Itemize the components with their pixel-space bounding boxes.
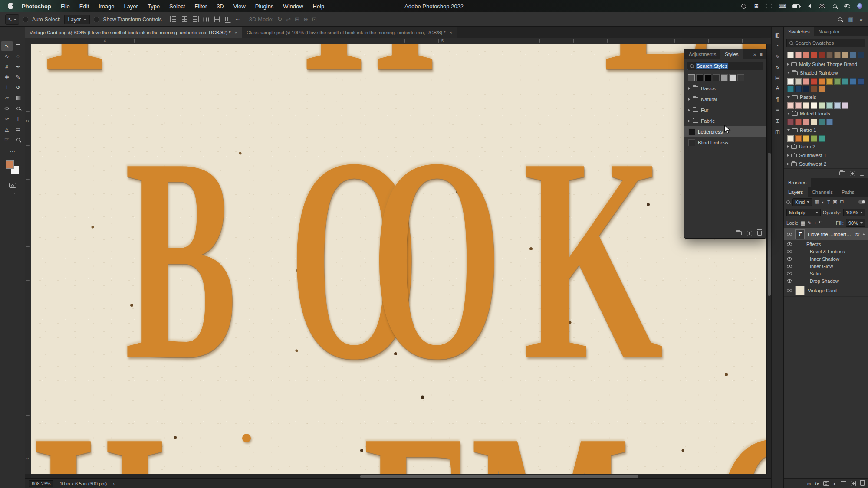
layer-name[interactable]: I love the ...mberto eco: [808, 232, 852, 237]
quick-mask-icon[interactable]: [9, 183, 16, 188]
type-tool-icon[interactable]: T: [13, 114, 24, 124]
character-panel-icon[interactable]: A: [776, 85, 779, 92]
new-layer-icon[interactable]: [851, 481, 856, 486]
visibility-eye-icon[interactable]: [787, 257, 792, 261]
collapse-panels-icon[interactable]: »: [860, 16, 863, 23]
swatch-group-southwest-2[interactable]: Southwest 2: [784, 160, 868, 168]
blur-tool-icon[interactable]: [1, 103, 13, 114]
color-swatch[interactable]: [795, 78, 802, 85]
visibility-eye-icon[interactable]: [787, 265, 792, 268]
display-icon[interactable]: [766, 3, 772, 9]
history-panel-icon[interactable]: ⊞: [775, 118, 779, 124]
color-swatch[interactable]: [826, 102, 833, 109]
screen-mode-icon[interactable]: [10, 193, 15, 197]
adjustment-layer-icon[interactable]: ◐: [833, 481, 836, 486]
color-swatch[interactable]: [795, 102, 802, 109]
menu-plugins[interactable]: Plugins: [250, 3, 279, 10]
swatch-group-shaded-rainbow[interactable]: Shaded Rainbow: [784, 69, 868, 77]
gradient-tool-icon[interactable]: [13, 93, 24, 103]
effect-inner-shadow[interactable]: Inner Shadow: [784, 255, 868, 262]
text-layer-thumbnail[interactable]: T: [795, 229, 805, 239]
quick-select-tool-icon[interactable]: ◌: [13, 51, 24, 62]
color-swatch[interactable]: [826, 52, 833, 58]
layer-thumbnail[interactable]: [795, 286, 805, 295]
visibility-eye-icon[interactable]: [787, 233, 792, 236]
color-swatch[interactable]: [819, 78, 825, 85]
battery-icon[interactable]: [792, 3, 800, 9]
style-group-basics[interactable]: Basics: [684, 83, 766, 94]
keyboard-icon[interactable]: ⌨: [779, 3, 786, 9]
swatch-group-retro-2[interactable]: Retro 2: [784, 142, 868, 151]
visibility-eye-icon[interactable]: [787, 279, 792, 283]
filter-pixel-icon[interactable]: ▦: [815, 199, 819, 205]
menu-3d[interactable]: 3D: [212, 3, 229, 10]
color-swatch[interactable]: [787, 78, 794, 85]
blend-mode-dropdown[interactable]: Multiply: [786, 209, 821, 216]
wifi-icon[interactable]: [819, 3, 825, 9]
color-swatch[interactable]: [858, 52, 864, 58]
lock-transparency-icon[interactable]: ▦: [801, 220, 806, 226]
close-icon[interactable]: ×: [450, 30, 452, 35]
document-tab-active[interactable]: Vintage Card.png @ 608% (I love the smel…: [25, 27, 242, 38]
actions-panel-icon[interactable]: ◫: [775, 129, 780, 135]
layer-name[interactable]: Vintage Card: [808, 288, 865, 293]
color-swatch[interactable]: [787, 102, 794, 109]
color-swatch[interactable]: [713, 74, 720, 81]
color-swatch[interactable]: [803, 52, 809, 58]
workspace-icon[interactable]: ▥: [848, 16, 853, 23]
fill-dropdown[interactable]: 90%: [846, 219, 865, 227]
color-swatch[interactable]: [803, 102, 809, 109]
color-swatch[interactable]: [850, 78, 856, 85]
auto-select-target-dropdown[interactable]: Layer: [64, 15, 90, 24]
color-swatch[interactable]: [842, 52, 848, 58]
visibility-eye-icon[interactable]: [787, 242, 792, 246]
color-swatch[interactable]: [721, 74, 728, 81]
pen-tool-icon[interactable]: ✑: [1, 114, 13, 124]
color-swatch[interactable]: [811, 78, 817, 85]
path-select-tool-icon[interactable]: △: [1, 124, 13, 134]
effects-row[interactable]: Effects: [784, 240, 868, 248]
visibility-eye-icon[interactable]: [787, 272, 792, 275]
color-swatch[interactable]: [795, 135, 802, 142]
collapse-panel-icon[interactable]: »: [753, 52, 756, 57]
link-layers-icon[interactable]: ∞: [807, 481, 811, 486]
color-swatch[interactable]: [795, 119, 802, 125]
color-swatch[interactable]: [811, 86, 817, 92]
clone-stamp-tool-icon[interactable]: ⊥: [1, 82, 13, 93]
color-swatch[interactable]: [811, 52, 817, 58]
status-expand-icon[interactable]: ›: [113, 481, 115, 486]
color-swatch[interactable]: [834, 78, 841, 85]
align-right-icon[interactable]: [192, 16, 199, 22]
layer-style-icon[interactable]: fx: [815, 481, 819, 486]
tab-channels[interactable]: Channels: [808, 187, 838, 197]
color-swatch[interactable]: [787, 135, 794, 142]
tab-brushes[interactable]: Brushes: [784, 178, 811, 187]
lock-pixels-icon[interactable]: ✎: [807, 220, 812, 226]
collapse-effects-icon[interactable]: [862, 233, 865, 235]
show-transform-checkbox[interactable]: [94, 17, 99, 22]
lock-position-icon[interactable]: +: [814, 220, 817, 226]
styles-panel-icon[interactable]: fx: [776, 65, 779, 70]
hand-tool-icon[interactable]: ☞: [1, 134, 13, 145]
color-swatch[interactable]: [803, 86, 809, 92]
menu-filter[interactable]: Filter: [190, 3, 212, 10]
color-swatch[interactable]: [819, 102, 825, 109]
lock-all-icon[interactable]: [819, 223, 822, 225]
align-top-icon[interactable]: [203, 16, 209, 23]
close-icon[interactable]: ×: [234, 30, 237, 35]
apple-menu-icon[interactable]: [8, 3, 13, 9]
tab-layers[interactable]: Layers: [784, 187, 808, 197]
layer-fx-badge[interactable]: fx: [855, 232, 859, 237]
color-swatch[interactable]: [787, 86, 794, 92]
color-swatch[interactable]: [842, 78, 848, 85]
color-swatch[interactable]: [850, 52, 856, 58]
color-swatch[interactable]: [803, 119, 809, 125]
styles-search-field[interactable]: Search Styles: [687, 62, 763, 70]
auto-select-checkbox[interactable]: [23, 17, 28, 22]
color-swatch[interactable]: [842, 102, 848, 109]
layer-row-text[interactable]: T I love the ...mberto eco fx: [784, 228, 868, 240]
delete-icon[interactable]: [757, 231, 762, 236]
color-swatch[interactable]: [811, 119, 817, 125]
new-group-icon[interactable]: [841, 481, 846, 485]
color-swatch[interactable]: [729, 74, 736, 81]
